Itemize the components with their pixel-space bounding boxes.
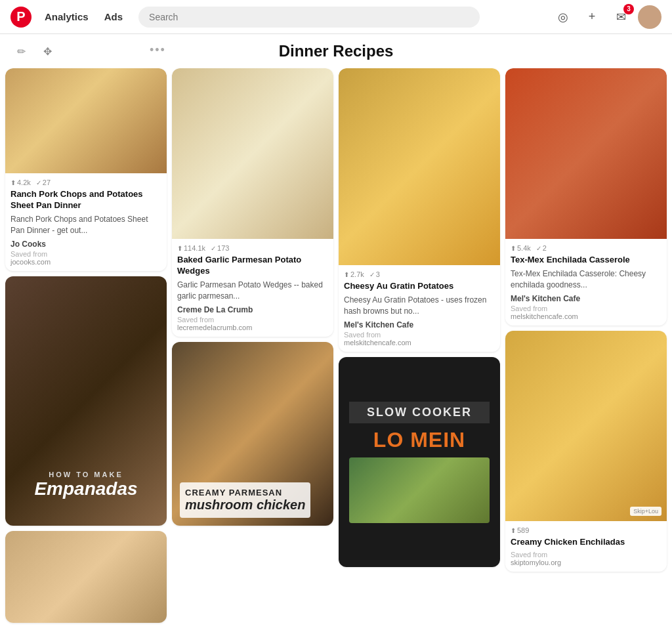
pin-ranch-saved: Saved from	[10, 250, 161, 258]
col-4: ⬆ 5.4k ✓ 2 Tex-Mex Enchilada Casserole T…	[505, 68, 667, 623]
check-icon: ✓	[36, 179, 41, 186]
check-icon: ✓	[369, 271, 375, 278]
pin-ranch-saves: ⬆ 4.2k	[10, 179, 31, 186]
pin-cheesy-meta: ⬆ 2.7k ✓ 3	[344, 270, 495, 278]
pin-creamy-chicken-wrapper: Skip+Lou	[505, 331, 667, 521]
pin-texmex[interactable]: ⬆ 5.4k ✓ 2 Tex-Mex Enchilada Casserole T…	[505, 68, 667, 326]
save-icon: ⬆	[177, 245, 182, 252]
search-bar	[138, 7, 480, 28]
slowcooker-main-text: LO MEIN	[373, 429, 465, 452]
pin-cheesy-like-count: 3	[376, 270, 380, 278]
board-header: ✏ ✥ Dinner Recipes •••	[0, 34, 672, 60]
check-icon: ✓	[211, 245, 216, 252]
pin-ranch-desc: Ranch Pork Chops and Potatoes Sheet Pan …	[10, 214, 161, 236]
pin-cheesy-saves: ⬆ 2.7k	[344, 270, 364, 278]
pin-cheesy-title: Cheesy Au Gratin Potatoes	[344, 281, 495, 292]
pin-creamy-chicken-info: ⬆ 589 Creamy Chicken Enchiladas Saved fr…	[505, 521, 667, 572]
user-avatar[interactable]	[638, 5, 662, 29]
pin-empanadas-wrapper: HOW TO MAKE Empanadas	[5, 276, 167, 526]
board-actions: ✏ ✥	[10, 41, 58, 62]
slowcooker-top-text: SLOW COOKER	[349, 402, 490, 423]
pin-ranch-image	[5, 68, 167, 173]
pin-cheesy-saved: Saved from	[344, 331, 495, 339]
save-icon: ⬆	[344, 271, 349, 278]
pin-ranch-save-count: 4.2k	[17, 179, 31, 186]
pin-texmex-saves: ⬆ 5.4k	[511, 244, 531, 252]
pin-creamy-chicken-saved: Saved from	[511, 551, 662, 559]
pin-garlic-info: ⬆ 114.1k ✓ 173 Baked Garlic Parmesan Pot…	[172, 239, 333, 337]
pin-creamy-chicken[interactable]: Skip+Lou ⬆ 589 Creamy Chicken Enchiladas…	[505, 331, 667, 572]
skip-lou-badge: Skip+Lou	[630, 507, 662, 516]
board-title: Dinner Recipes	[13, 42, 659, 60]
message-badge: 3	[623, 4, 634, 14]
pin-garlic[interactable]: ⬆ 114.1k ✓ 173 Baked Garlic Parmesan Pot…	[172, 68, 333, 337]
pin-cheesy-source: melskitchencafe.com	[344, 339, 495, 347]
pin-garlic-source: lecremedelacrumb.com	[177, 324, 328, 331]
header: P Analytics Ads ◎ + ✉ 3	[0, 0, 672, 34]
check-icon: ✓	[536, 245, 541, 252]
pin-texmex-source: melskitchencafe.com	[511, 312, 662, 320]
pin-ranch-info: ⬆ 4.2k ✓ 27 Ranch Pork Chops and Potatoe…	[5, 173, 167, 271]
save-icon: ⬆	[10, 179, 16, 186]
pin-texmex-save-count: 5.4k	[517, 244, 531, 252]
pin-empanadas2[interactable]	[5, 531, 167, 623]
pin-creamy-parmesan-image: CREAMY PARMESAN mushroom chicken	[172, 342, 333, 526]
creamy-script-text: mushroom chicken	[185, 497, 305, 513]
pin-garlic-title: Baked Garlic Parmesan Potato Wedges	[177, 255, 328, 277]
pin-texmex-image	[505, 68, 667, 239]
add-icon[interactable]: +	[580, 5, 604, 29]
pin-empanadas[interactable]: HOW TO MAKE Empanadas	[5, 276, 167, 526]
pin-ranch[interactable]: ⬆ 4.2k ✓ 27 Ranch Pork Chops and Potatoe…	[5, 68, 167, 271]
pin-slowcooker[interactable]: SLOW COOKER LO MEIN	[339, 357, 500, 567]
pin-cheesy-likes: ✓ 3	[369, 270, 380, 278]
pin-texmex-saved: Saved from	[511, 305, 662, 312]
pin-creamy-parmesan[interactable]: CREAMY PARMESAN mushroom chicken	[172, 342, 333, 526]
empanadas-how-text: HOW TO MAKE	[13, 471, 158, 478]
board-more-button[interactable]: •••	[150, 43, 166, 57]
search-input[interactable]	[138, 7, 480, 28]
pin-garlic-saves: ⬆ 114.1k	[177, 244, 205, 252]
nav-ads[interactable]: Ads	[99, 9, 128, 25]
pin-cheesy-save-count: 2.7k	[350, 270, 364, 278]
pin-cheesy-desc: Cheesy Au Gratin Potatoes - uses frozen …	[344, 295, 495, 317]
messages-icon[interactable]: ✉ 3	[609, 5, 633, 29]
creamy-top-text: CREAMY PARMESAN	[185, 488, 305, 497]
pin-cheesy[interactable]: ⬆ 2.7k ✓ 3 Cheesy Au Gratin Potatoes Che…	[339, 68, 500, 352]
pin-creamy-chicken-image	[505, 331, 667, 521]
empanadas-overlay: HOW TO MAKE Empanadas	[13, 471, 158, 499]
pin-texmex-meta: ⬆ 5.4k ✓ 2	[511, 244, 662, 252]
explore-icon[interactable]: ◎	[551, 5, 575, 29]
pin-creamy-chicken-title: Creamy Chicken Enchiladas	[511, 537, 662, 548]
pin-garlic-desc: Garlic Parmesan Potato Wedges -- baked g…	[177, 280, 328, 302]
pin-ranch-source: jocooks.com	[10, 258, 161, 266]
main-nav: Analytics Ads	[39, 9, 128, 25]
pin-garlic-image	[172, 68, 333, 239]
move-board-button[interactable]: ✥	[37, 41, 58, 62]
nav-analytics[interactable]: Analytics	[39, 9, 94, 25]
pin-empanadas2-image	[5, 531, 167, 623]
col-1: ⬆ 4.2k ✓ 27 Ranch Pork Chops and Potatoe…	[5, 68, 167, 623]
pin-ranch-author: Jo Cooks	[10, 240, 161, 249]
pin-cheesy-info: ⬆ 2.7k ✓ 3 Cheesy Au Gratin Potatoes Che…	[339, 265, 500, 352]
col-2: ⬆ 114.1k ✓ 173 Baked Garlic Parmesan Pot…	[172, 68, 333, 623]
pin-garlic-author: Creme De La Crumb	[177, 305, 328, 314]
pin-empanadas-image: HOW TO MAKE Empanadas	[5, 276, 167, 526]
col-3: ⬆ 2.7k ✓ 3 Cheesy Au Gratin Potatoes Che…	[339, 68, 500, 623]
pin-ranch-meta: ⬆ 4.2k ✓ 27	[10, 179, 161, 186]
pin-texmex-author: Mel's Kitchen Cafe	[511, 294, 662, 303]
edit-board-button[interactable]: ✏	[10, 41, 32, 62]
pin-ranch-likes: ✓ 27	[36, 179, 51, 186]
pin-cheesy-author: Mel's Kitchen Cafe	[344, 320, 495, 329]
creamy-parmesan-overlay: CREAMY PARMESAN mushroom chicken	[180, 482, 310, 518]
pin-slowcooker-image: SLOW COOKER LO MEIN	[339, 357, 500, 567]
pin-texmex-like-count: 2	[543, 244, 547, 252]
pin-texmex-likes: ✓ 2	[536, 244, 547, 252]
pin-texmex-desc: Tex-Mex Enchilada Casserole: Cheesy ench…	[511, 268, 662, 291]
pin-garlic-meta: ⬆ 114.1k ✓ 173	[177, 244, 328, 252]
pin-garlic-like-count: 173	[217, 244, 229, 252]
pin-garlic-saved: Saved from	[177, 316, 328, 324]
save-icon: ⬆	[511, 527, 516, 534]
pin-garlic-likes: ✓ 173	[211, 244, 229, 252]
pin-creamy-chicken-save-count: 589	[517, 526, 529, 534]
pinterest-logo[interactable]: P	[10, 7, 32, 28]
